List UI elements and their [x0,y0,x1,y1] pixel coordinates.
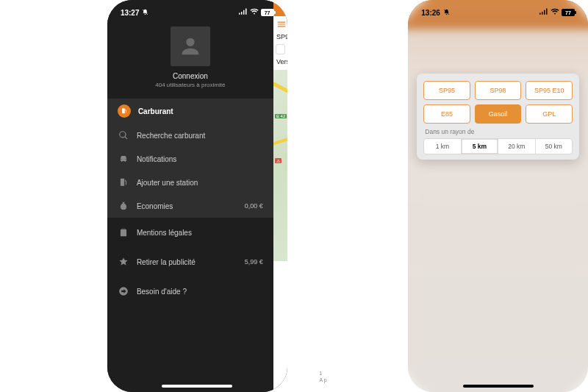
status-bar: 13:27 77 [107,0,287,21]
menu-item-label: Carburant [138,107,263,115]
radius-option-50km[interactable]: 50 km [536,139,572,154]
svg-rect-1 [239,13,240,15]
navigation-drawer: Connexion 404 utilisateurs à proximité C… [107,0,273,392]
peek-row2: Vers [273,56,287,68]
status-time: 13:26 [421,9,440,17]
menu-item-notifications[interactable]: Notifications [107,147,273,171]
fuel-pump-icon [118,104,131,118]
wifi-icon [250,8,259,17]
wifi-icon [551,8,559,17]
menu-item-value: 0,00 € [245,202,263,210]
home-indicator[interactable] [162,385,232,388]
menu-item-remove-ads[interactable]: Retirer la publicité 5,99 € [107,247,273,277]
fuel-option-sp95e10[interactable]: SP95 E10 [526,81,573,100]
radius-option-20km[interactable]: 20 km [498,139,535,154]
svg-rect-8 [544,10,545,15]
menu-item-carburant[interactable]: Carburant [107,99,273,124]
modal-backdrop[interactable] [408,0,588,392]
radius-segmented-control: 1 km 5 km 20 km 50 km [423,138,573,154]
menu-item-search[interactable]: Recherche carburant [107,124,273,147]
cellular-signal-icon [239,8,248,17]
home-indicator[interactable] [463,385,534,388]
menu-item-help[interactable]: Besoin d'aide ? [107,277,273,306]
bell-silent-icon [443,9,450,17]
menu-item-value: 5,99 € [245,258,263,266]
menu-item-label: Besoin d'aide ? [137,288,263,296]
menu-item-label: Notifications [137,155,263,163]
svg-rect-6 [539,13,541,15]
menu-item-legal[interactable]: Mentions légales [107,218,273,247]
menu-item-label: Economies [137,202,237,210]
status-time: 13:27 [121,9,140,17]
help-arrow-icon [118,285,129,297]
cellular-signal-icon [539,8,548,17]
background-app-peek: SP9 Vers E 42 ⚠ [273,0,287,392]
menu-item-add-station[interactable]: Ajouter une station [107,171,273,194]
svg-rect-4 [245,9,247,15]
fuel-option-sp95[interactable]: SP95 [423,81,470,100]
svg-rect-3 [243,10,245,15]
fuel-option-gpl[interactable]: GPL [526,104,573,124]
svg-rect-7 [542,12,543,15]
fuel-option-sp98[interactable]: SP98 [475,81,522,100]
star-icon [118,256,129,268]
menu-section-misc: Mentions légales Retirer la publicité 5,… [107,218,273,306]
menu-item-economies[interactable]: Economies 0,00 € [107,194,273,218]
radius-option-1km[interactable]: 1 km [424,139,461,154]
menu-item-label: Retirer la publicité [137,258,237,266]
search-icon [118,129,129,141]
moneybag-icon [118,200,129,212]
radius-option-5km[interactable]: 5 km [462,139,498,154]
map-preview[interactable]: E 42 ⚠ [273,70,287,261]
menu-item-label: Recherche carburant [137,132,263,140]
phone-screenshot-2: 13:26 77 SP95 SP98 SP95 E10 E85 Gasoil G… [408,0,588,392]
profile-title: Connexion [173,72,208,80]
avatar-placeholder-icon [171,26,210,66]
add-pump-icon [118,177,129,188]
car-icon [118,153,129,165]
menu-item-label: Ajouter une station [137,179,263,187]
menu-section-fuel: Carburant Recherche carburant Notificati… [107,99,273,218]
warning-marker-icon: ⚠ [275,158,282,163]
status-bar: 13:26 77 [408,0,588,21]
radius-label: Dans un rayon de [425,128,573,135]
battery-indicator: 77 [261,9,274,16]
menu-item-label: Mentions légales [137,229,263,237]
svg-rect-2 [241,12,243,15]
battery-indicator: 77 [562,9,575,16]
fuel-option-gasoil[interactable]: Gasoil [475,104,522,124]
svg-rect-9 [546,9,548,15]
road-tag: E 42 [275,114,287,118]
bell-silent-icon [142,9,148,17]
phone-screenshot-1: 13:27 77 Connexion 404 utilisateurs à pr… [107,0,287,392]
cropped-text-fragment: 1 A p [320,370,327,383]
profile-subtitle: 404 utilisateurs à proximité [155,82,225,88]
fuel-option-e85[interactable]: E85 [423,104,470,124]
peek-title: SP9 [273,31,287,43]
hamburger-icon[interactable] [276,19,287,31]
fuel-filter-modal: SP95 SP98 SP95 E10 E85 Gasoil GPL Dans u… [417,74,579,160]
clipboard-icon [118,227,129,238]
